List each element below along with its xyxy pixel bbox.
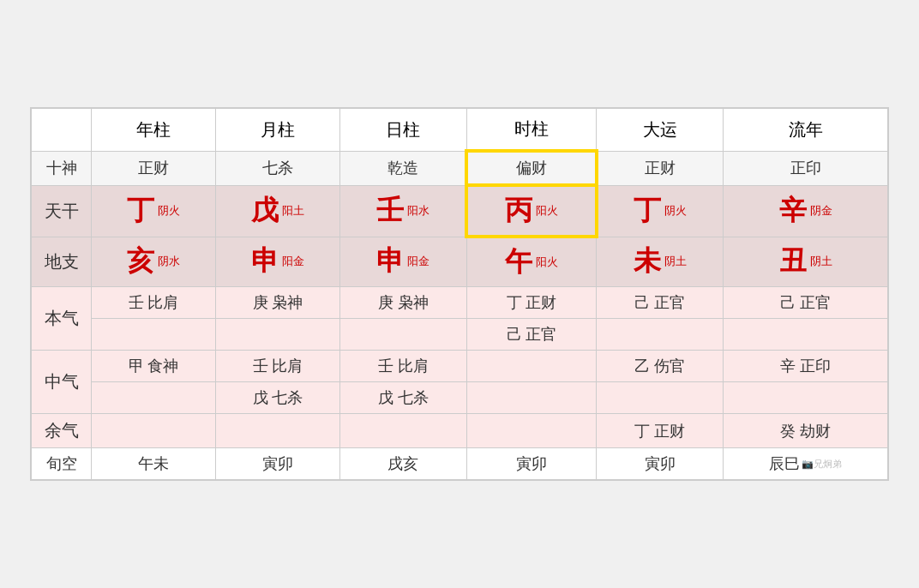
zhongqi2-shi: [466, 382, 596, 414]
benqi2-yue: [215, 319, 339, 351]
shishen-dayun: 正财: [597, 151, 724, 185]
shishen-ri: 乾造: [339, 151, 466, 185]
zhongqi-row1: 中气 甲 食神 壬 比肩 壬 比肩 乙 伤官 辛 正印: [32, 351, 888, 382]
xunkong-nian: 午未: [92, 448, 216, 480]
yuqi-liunian: 癸 劫财: [724, 414, 888, 448]
yuqi-nian: [92, 414, 216, 448]
label-dizhi: 地支: [32, 237, 92, 287]
label-benqi: 本气: [32, 287, 92, 351]
benqi2-shi: 己 正官: [466, 319, 596, 351]
zhongqi2-nian: [92, 382, 216, 414]
zhongqi-dayun: 乙 伤官: [597, 351, 724, 382]
header-liunian: 流年: [724, 109, 888, 152]
label-zhongqi: 中气: [32, 351, 92, 414]
xunkong-liunian: 辰巳 📷兄炯弟: [724, 448, 888, 480]
benqi-ri: 庚 枭神: [339, 287, 466, 319]
shishen-yue: 七杀: [215, 151, 339, 185]
zhongqi2-dayun: [597, 382, 724, 414]
yuqi-row: 余气 丁 正财 癸 劫财: [32, 414, 888, 448]
zhongqi2-ri: 戊 七杀: [339, 382, 466, 414]
zhongqi2-liunian: [724, 382, 888, 414]
yuqi-yue: [215, 414, 339, 448]
yuqi-dayun: 丁 正财: [597, 414, 724, 448]
tiangan-liunian: 辛阴金: [724, 185, 888, 237]
watermark: 📷兄炯弟: [802, 458, 842, 471]
benqi-row1: 本气 壬 比肩 庚 枭神 庚 枭神 丁 正财 己 正官 己 正官: [32, 287, 888, 319]
xunkong-ri: 戌亥: [339, 448, 466, 480]
benqi-liunian: 己 正官: [724, 287, 888, 319]
tiangan-nian: 丁阴火: [92, 185, 216, 237]
dizhi-row: 地支 亥阴水 申阳金 申阳金 午阳火: [32, 237, 888, 287]
dizhi-nian: 亥阴水: [92, 237, 216, 287]
xunkong-dayun: 寅卯: [597, 448, 724, 480]
label-yuqi: 余气: [32, 414, 92, 448]
header-shi: 时柱: [466, 109, 596, 152]
benqi-shi1: 丁 正财: [466, 287, 596, 319]
label-tiangan: 天干: [32, 185, 92, 237]
dizhi-yue: 申阳金: [215, 237, 339, 287]
label-xunkong: 旬空: [32, 448, 92, 480]
dizhi-shi: 午阳火: [466, 237, 596, 287]
xunkong-shi: 寅卯: [466, 448, 596, 480]
tiangan-yue: 戊阳土: [215, 185, 339, 237]
header-empty: [32, 109, 92, 152]
dizhi-ri: 申阳金: [339, 237, 466, 287]
tiangan-shi: 丙阳火: [466, 185, 596, 237]
zhongqi-yue1: 壬 比肩: [215, 351, 339, 382]
zhongqi-ri1: 壬 比肩: [339, 351, 466, 382]
shishen-liunian: 正印: [724, 151, 888, 185]
label-shishen: 十神: [32, 151, 92, 185]
benqi-nian: 壬 比肩: [92, 287, 216, 319]
dizhi-dayun: 未阴土: [597, 237, 724, 287]
benqi-yue: 庚 枭神: [215, 287, 339, 319]
zhongqi-nian: 甲 食神: [92, 351, 216, 382]
dizhi-liunian: 丑阴土: [724, 237, 888, 287]
xunkong-yue: 寅卯: [215, 448, 339, 480]
benqi2-ri: [339, 319, 466, 351]
shishen-nian: 正财: [92, 151, 216, 185]
zhongqi2-yue: 戊 七杀: [215, 382, 339, 414]
header-row: 年柱 月柱 日柱 时柱 大运 流年: [32, 109, 888, 152]
xunkong-row: 旬空 午未 寅卯 戌亥 寅卯 寅卯 辰巳 📷兄炯弟: [32, 448, 888, 480]
zhongqi-row2: 戊 七杀 戊 七杀: [32, 382, 888, 414]
yuqi-shi: [466, 414, 596, 448]
zhongqi-liunian: 辛 正印: [724, 351, 888, 382]
header-yue: 月柱: [215, 109, 339, 152]
main-table-container: 年柱 月柱 日柱 时柱 大运 流年 十神 正财 七杀 乾造 偏财 正财 正印 天…: [30, 107, 889, 481]
zhongqi-shi: [466, 351, 596, 382]
header-nian: 年柱: [92, 109, 216, 152]
tiangan-dayun: 丁阴火: [597, 185, 724, 237]
tiangan-ri: 壬阳水: [339, 185, 466, 237]
tiangan-row: 天干 丁阴火 戊阳土 壬阳水 丙阳火: [32, 185, 888, 237]
shishen-shi: 偏财: [466, 151, 596, 185]
benqi2-nian: [92, 319, 216, 351]
benqi2-liunian: [724, 319, 888, 351]
benqi-row2: 己 正官: [32, 319, 888, 351]
bazi-table: 年柱 月柱 日柱 时柱 大运 流年 十神 正财 七杀 乾造 偏财 正财 正印 天…: [31, 108, 888, 480]
benqi2-dayun: [597, 319, 724, 351]
yuqi-ri: [339, 414, 466, 448]
header-dayun: 大运: [597, 109, 724, 152]
header-ri: 日柱: [339, 109, 466, 152]
shishen-row: 十神 正财 七杀 乾造 偏财 正财 正印: [32, 151, 888, 185]
benqi-dayun: 己 正官: [597, 287, 724, 319]
